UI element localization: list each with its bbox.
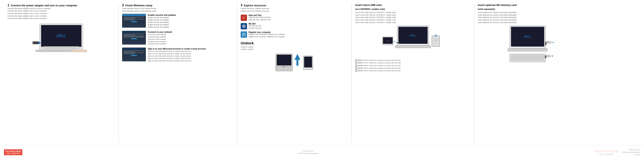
svg-rect-49 <box>511 55 544 61</box>
note-row-2: ✓ NOTE: NOTE: Undock the computer to acc… <box>355 62 470 64</box>
year-label: 2014-06 <box>622 154 640 156</box>
note-text-1: NOTE: NOTE: Undock the computer to acces… <box>358 59 401 61</box>
screen-signin-thumb <box>122 47 146 61</box>
help-label: Help and Tips <box>248 14 270 16</box>
laptop-illustration: DELL <box>30 22 93 53</box>
svg-rect-21 <box>296 60 298 66</box>
register-subtext: Register your computer | Register your c… <box>248 33 285 38</box>
footer: For Proof Only Dell Confidential © 2014 … <box>0 145 644 159</box>
resource-register-content: Register your computer Register your com… <box>248 31 285 38</box>
note-checkbox-4: ✓ <box>355 67 357 69</box>
undock-svg <box>275 52 314 79</box>
undock-illustration <box>241 52 348 79</box>
section-5-title2: (sold separately) <box>478 8 589 10</box>
svg-rect-4 <box>32 41 38 44</box>
section-1-title: Connect the power adapter and turn on yo… <box>11 4 77 7</box>
subsection-network: Connect to your network Connect to your … <box>122 31 233 45</box>
section-5-heading: Insert optional SD memory card (sold sep… <box>478 3 589 10</box>
subsection-security-content: Enable security and updates Enable secur… <box>148 14 233 28</box>
section-1-heading: 1 Connect the power adapter and turn on … <box>8 3 115 7</box>
section-3-title: Explore resources <box>244 4 266 7</box>
subsection-security-title: Enable security and updates <box>148 14 233 16</box>
section-3-number: 3 <box>241 3 242 7</box>
resource-help: ? Help and Tips Help and Tips | Help and… <box>241 14 348 21</box>
section-1-number: 1 <box>8 3 9 7</box>
register-icon <box>241 31 247 38</box>
proof-label: For Proof Only <box>6 150 21 153</box>
subsection-signin-text: Sign in to your Microsoft account or cre… <box>148 50 233 62</box>
note-text-5: NOTE: NOTE: Undock the computer to acces… <box>358 70 401 72</box>
svg-text:SD: SD <box>549 42 550 43</box>
section-2: 2 Finish Windows setup Finish Windows se… <box>118 3 237 143</box>
svg-text:DELL: DELL <box>410 34 416 37</box>
section-5-title: Insert optional SD memory card <box>478 3 589 7</box>
undock-section: Undock Undock | Undock Undock | Undock <box>241 41 348 80</box>
copyright1: © 2014 Dell Inc. <box>298 150 319 152</box>
confidential-label: Dell Confidential <box>7 153 20 155</box>
section-3-heading: 3 Explore resources <box>241 3 348 7</box>
subsection-network-content: Connect to your network Connect to your … <box>148 31 233 45</box>
subsection-security: Enable security and updates Enable secur… <box>122 14 233 28</box>
svg-rect-41 <box>508 48 547 51</box>
svg-rect-18 <box>276 67 292 71</box>
laptop-svg: DELL <box>32 23 91 52</box>
question-mark-icon: ? <box>242 16 246 20</box>
footer-proof-watermark: For Proof Only <box>594 149 619 153</box>
section-4-notes: ✓ NOTE: NOTE: Undock the computer to acc… <box>355 59 470 72</box>
svg-marker-47 <box>553 42 554 43</box>
footer-left: For Proof Only Dell Confidential <box>4 149 22 155</box>
section-4-title2: (on LTE/HSPA+ models only) <box>355 8 470 10</box>
sd-illustration-svg: DELL SD <box>504 25 563 64</box>
register-icon-svg <box>242 32 246 36</box>
svg-rect-34 <box>432 36 439 45</box>
note-checkbox-3: ✓ <box>355 65 357 67</box>
section-2-header: Finish Windows setup | Finish Windows se… <box>122 7 233 12</box>
section-2-number: 2 <box>122 3 124 7</box>
note-row-4: ✓ NOTE: NOTE: Undock the computer to acc… <box>355 67 470 69</box>
svg-text:DELL: DELL <box>56 34 66 38</box>
mydell-subtext: My Dell | My Dell My Dell | My Dell <box>248 25 261 30</box>
section-1: 1 Connect the power adapter and turn on … <box>4 3 118 143</box>
section-2-title: Finish Windows setup <box>125 4 152 7</box>
svg-rect-7 <box>44 46 79 49</box>
main-content: 1 Connect the power adapter and turn on … <box>0 0 644 145</box>
svg-rect-27 <box>395 46 431 48</box>
svg-marker-54 <box>552 55 553 57</box>
help-tips-icon: ? <box>241 14 247 21</box>
note-text-2: NOTE: NOTE: Undock the computer to acces… <box>358 62 401 64</box>
undock-sub: Undock | Undock Undock | Undock <box>241 46 348 51</box>
section-4-title: Insert micro-SIM card <box>355 3 382 7</box>
svg-text:SIM: SIM <box>386 40 389 42</box>
section-3: 3 Explore resources Explore resources | … <box>237 3 352 143</box>
section-4: Insert micro-SIM card (on LTE/HSPA+ mode… <box>352 3 474 143</box>
footer-right: Printed in China Printed on recycled pap… <box>622 149 640 156</box>
resource-mydell-content: My Dell My Dell | My Dell My Dell | My D… <box>248 23 261 30</box>
section-5: Insert optional SD memory card (sold sep… <box>474 3 593 143</box>
note-text-3: NOTE: NOTE: Undock the computer to acces… <box>358 64 401 67</box>
copyright2: © 2014 Microsoft Corporation. <box>298 152 319 155</box>
footer-dell-confidential-watermark: Dell Confidential <box>599 153 614 156</box>
svg-line-32 <box>393 41 396 43</box>
help-subtext: Help and Tips | Help and Tips Help and T… <box>248 16 270 21</box>
section-4-heading: Insert micro-SIM card (on LTE/HSPA+ mode… <box>355 3 470 10</box>
section-5-lines: Insert optional SD memory card (sold sep… <box>478 11 589 24</box>
svg-rect-17 <box>277 55 292 65</box>
sim-illustration-svg: DELL SIM SIM <box>382 25 444 58</box>
note-text-4: NOTE: NOTE: Undock the computer to acces… <box>358 67 401 69</box>
svg-marker-20 <box>294 54 300 60</box>
note-row-1: ✓ NOTE: NOTE: Undock the computer to acc… <box>355 59 470 61</box>
resource-register: Register your computer Register your com… <box>241 31 348 38</box>
note-checkbox-5: ✓ <box>355 70 357 72</box>
section-1-subtitle: Connect the power adapter and turn on yo… <box>8 7 115 20</box>
undock-title: Undock <box>241 41 348 45</box>
svg-rect-19 <box>282 66 284 67</box>
resource-mydell: My Dell My Dell | My Dell My Dell | My D… <box>241 23 348 30</box>
note-row-3: ✓ NOTE: NOTE: Undock the computer to acc… <box>355 64 470 67</box>
dell-d-icon <box>242 24 246 28</box>
recycled-label: Printed on recycled paper <box>622 151 640 154</box>
subsection-network-text: Connect to your network Connect to your … <box>148 33 233 45</box>
printed-label: Printed in China <box>622 149 640 151</box>
section-2-heading: 2 Finish Windows setup <box>122 3 233 7</box>
note-checkbox-2: ✓ <box>355 62 357 64</box>
note-checkbox-1: ✓ <box>355 59 357 61</box>
